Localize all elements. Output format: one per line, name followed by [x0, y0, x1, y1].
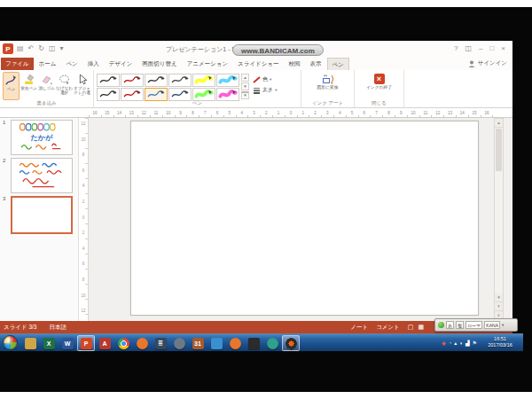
view-mode-icon[interactable]: ▢: [408, 324, 414, 331]
maximize-button[interactable]: □: [489, 43, 494, 54]
select-objects-tool-button[interactable]: オブジェクトの選択: [74, 72, 90, 100]
ruler-number: 7: [199, 111, 211, 115]
start-button[interactable]: [3, 335, 18, 350]
pen-style-option[interactable]: [145, 88, 168, 101]
pen-style-option[interactable]: [121, 88, 144, 101]
ime-mode-button[interactable]: KANA: [484, 321, 500, 329]
taskbar-app[interactable]: [282, 335, 300, 351]
ribbon-tab[interactable]: ペン: [327, 58, 349, 70]
notes-toggle[interactable]: ノート: [350, 324, 368, 332]
pen-style-option[interactable]: [192, 74, 215, 87]
vertical-scrollbar[interactable]: ▲ ▼ ↟ ↡: [494, 118, 504, 321]
pen-style-gallery: [97, 74, 239, 99]
taskbar-app[interactable]: ≣: [152, 335, 169, 351]
sign-in[interactable]: サインイン: [468, 59, 507, 67]
ribbon-tab[interactable]: ファイル: [1, 58, 34, 70]
pen-style-option[interactable]: [216, 88, 239, 101]
slide-thumbnail-1[interactable]: たかが: [11, 120, 73, 155]
ime-language-bar[interactable]: あ般ローマKANA ▾: [434, 318, 518, 332]
tray-icon[interactable]: ▟: [466, 340, 470, 346]
pen-style-option[interactable]: [168, 88, 192, 101]
taskbar-app-icon: [25, 338, 36, 349]
convert-to-shapes-button[interactable]: 図形に変換: [304, 72, 351, 90]
taskbar-clock[interactable]: 16:51 2017/03/16: [480, 336, 520, 348]
ribbon-tab[interactable]: アニメーション: [183, 58, 232, 70]
taskbar-app[interactable]: [226, 335, 244, 351]
pen-style-option[interactable]: [216, 74, 239, 87]
ime-mode-button[interactable]: 般: [456, 321, 464, 329]
ink-color-button[interactable]: 色 ▾: [253, 75, 277, 83]
ribbon-tab[interactable]: デザイン: [105, 58, 137, 70]
ribbon-tab[interactable]: 表示: [306, 58, 326, 70]
tray-icon[interactable]: ◆: [442, 340, 446, 346]
gallery-down-icon[interactable]: ▼: [241, 82, 249, 90]
taskbar-app[interactable]: [207, 335, 225, 351]
pen-style-option[interactable]: [192, 88, 215, 101]
ribbon-tab[interactable]: ペン: [61, 58, 82, 70]
taskbar-app[interactable]: 31: [189, 335, 207, 351]
pen-style-option[interactable]: [168, 74, 192, 87]
tray-icon[interactable]: ▴: [454, 340, 457, 346]
help-button[interactable]: ?: [454, 43, 458, 54]
stop-inking-button[interactable]: × インクの終了: [357, 72, 401, 90]
scrollbar-thumb[interactable]: [496, 129, 502, 171]
tray-icon[interactable]: ◔: [449, 340, 452, 346]
view-mode-icon[interactable]: ▦: [418, 324, 424, 331]
pen-tool-button[interactable]: ペン: [3, 72, 20, 100]
taskbar-app[interactable]: [114, 335, 132, 351]
taskbar-app[interactable]: [170, 335, 188, 351]
taskbar-app[interactable]: P: [77, 335, 95, 351]
start-slideshow-icon[interactable]: ◫: [49, 43, 56, 54]
lasso-select-tool-button[interactable]: なげなわ選択: [56, 72, 73, 100]
taskbar-app-icon: A: [99, 338, 111, 349]
chevron-down-icon[interactable]: ▾: [502, 323, 504, 327]
slide-thumbnail-3-selected[interactable]: [11, 196, 73, 234]
ribbon: ペン 蛍光ペン 消しゴム: [0, 70, 512, 108]
minimize-button[interactable]: –: [479, 43, 482, 54]
ribbon-tab-row: ファイル ホーム ペン 挿入 デザイン 画面切り替え アニメーション スライドシ…: [0, 57, 512, 70]
pen-style-option[interactable]: [145, 74, 168, 87]
previous-slide-icon[interactable]: ↟: [495, 302, 503, 311]
slide-canvas[interactable]: [130, 121, 479, 316]
redo-icon[interactable]: ↻: [38, 43, 44, 54]
highlighter-tool-button[interactable]: 蛍光ペン: [20, 72, 37, 100]
ribbon-tab[interactable]: 画面切り替え: [137, 58, 181, 70]
gallery-up-icon[interactable]: ▲: [241, 74, 249, 82]
taskbar-app[interactable]: [133, 335, 151, 351]
qat-more-icon[interactable]: ▾: [60, 43, 64, 54]
save-icon[interactable]: ▤: [17, 43, 24, 54]
group-label-pens: ペン: [94, 100, 301, 106]
ribbon-tab[interactable]: 挿入: [83, 58, 104, 70]
ime-mode-button[interactable]: ローマ: [466, 321, 482, 329]
pen-style-option[interactable]: [97, 74, 120, 87]
close-button[interactable]: ×: [501, 43, 505, 54]
pen-style-option[interactable]: [121, 74, 144, 87]
pen-style-option[interactable]: [97, 88, 120, 101]
tray-icon[interactable]: ◖: [459, 340, 463, 346]
gallery-more-icon[interactable]: ▼: [241, 91, 249, 99]
ribbon-tab[interactable]: 校閲: [285, 58, 305, 70]
scroll-down-icon[interactable]: ▼: [495, 293, 503, 302]
taskbar-app[interactable]: X: [40, 335, 58, 351]
slide-thumbnail-2[interactable]: [11, 158, 73, 193]
comments-toggle[interactable]: コメント: [376, 324, 400, 332]
eraser-tool-button[interactable]: 消しゴム: [38, 72, 55, 100]
taskbar-app[interactable]: [263, 335, 281, 351]
taskbar-app[interactable]: W: [59, 335, 76, 351]
language-indicator[interactable]: 日本語: [49, 324, 66, 332]
ribbon-options-button[interactable]: ◫: [465, 43, 472, 54]
ruler-number: 7: [371, 111, 383, 115]
ribbon-tab[interactable]: スライドショー: [233, 58, 283, 70]
slide-number: 1: [3, 120, 5, 125]
ink-thickness-button[interactable]: 太さ ▾: [253, 86, 277, 94]
taskbar-app[interactable]: [245, 335, 262, 351]
scroll-up-icon[interactable]: ▲: [495, 119, 503, 128]
powerpoint-app-icon[interactable]: P: [3, 43, 13, 54]
taskbar-app[interactable]: [21, 335, 39, 351]
status-left: スライド 3/3 日本語: [4, 324, 66, 332]
undo-icon[interactable]: ↶: [28, 43, 35, 54]
taskbar-app[interactable]: A: [96, 335, 113, 351]
ime-mode-button[interactable]: あ: [446, 321, 454, 329]
ribbon-tab[interactable]: ホーム: [35, 58, 61, 70]
tray-icon[interactable]: ⚑: [473, 340, 477, 346]
